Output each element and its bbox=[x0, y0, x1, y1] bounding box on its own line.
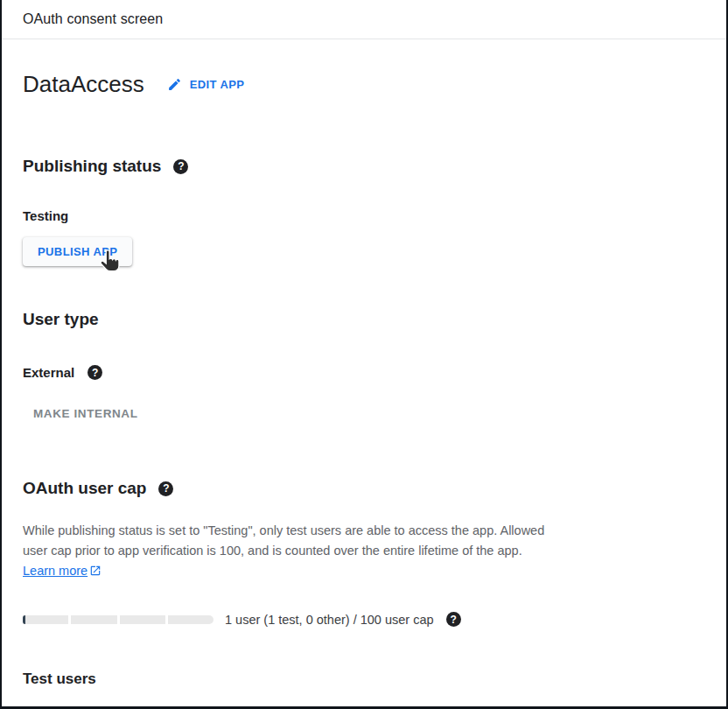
page-content: DataAccess EDIT APP Publishing status ? … bbox=[2, 71, 726, 688]
page-title: OAuth consent screen bbox=[23, 11, 163, 27]
cap-progress-segment bbox=[71, 615, 116, 624]
publishing-status-value: Testing bbox=[23, 208, 705, 223]
cap-progress-segment bbox=[23, 615, 68, 624]
test-users-heading-row: Test users bbox=[23, 670, 705, 688]
help-icon[interactable]: ? bbox=[446, 612, 461, 627]
learn-more-link[interactable]: Learn more bbox=[23, 564, 102, 578]
cap-usage-text: 1 user (1 test, 0 other) / 100 user cap bbox=[225, 613, 434, 627]
cap-progress-bar bbox=[23, 615, 214, 624]
help-icon[interactable]: ? bbox=[173, 159, 188, 174]
oauth-user-cap-usage-row: 1 user (1 test, 0 other) / 100 user cap … bbox=[23, 612, 705, 627]
publishing-status-heading: Publishing status bbox=[23, 157, 161, 176]
edit-app-button-label: EDIT APP bbox=[190, 78, 245, 91]
external-link-icon bbox=[89, 563, 102, 583]
test-users-heading: Test users bbox=[23, 670, 96, 688]
oauth-consent-page: OAuth consent screen DataAccess EDIT APP… bbox=[0, 0, 728, 709]
user-type-heading-row: User type bbox=[23, 310, 705, 329]
app-title-row: DataAccess EDIT APP bbox=[23, 71, 705, 98]
oauth-user-cap-heading: OAuth user cap bbox=[23, 479, 146, 498]
help-icon[interactable]: ? bbox=[88, 365, 102, 380]
make-internal-button[interactable]: MAKE INTERNAL bbox=[33, 407, 138, 420]
publish-app-button[interactable]: PUBLISH APP bbox=[23, 237, 132, 266]
oauth-user-cap-description: While publishing status is set to "Testi… bbox=[23, 521, 551, 583]
cap-progress-fill bbox=[23, 615, 25, 624]
page-header: OAuth consent screen bbox=[2, 0, 726, 39]
oauth-user-cap-description-text: While publishing status is set to "Testi… bbox=[23, 523, 544, 558]
app-name: DataAccess bbox=[23, 71, 144, 98]
pencil-icon bbox=[167, 77, 182, 92]
oauth-user-cap-heading-row: OAuth user cap ? bbox=[23, 479, 705, 498]
user-type-value-label: External bbox=[23, 365, 74, 380]
help-icon[interactable]: ? bbox=[158, 481, 173, 496]
learn-more-link-label: Learn more bbox=[23, 564, 88, 578]
cap-progress-segment bbox=[120, 615, 165, 624]
edit-app-button[interactable]: EDIT APP bbox=[167, 77, 245, 92]
user-type-heading: User type bbox=[23, 310, 99, 329]
publishing-status-heading-row: Publishing status ? bbox=[23, 157, 705, 176]
cap-progress-segment bbox=[168, 615, 214, 624]
user-type-value-row: External ? bbox=[23, 365, 705, 380]
publishing-status-value-label: Testing bbox=[23, 208, 68, 223]
